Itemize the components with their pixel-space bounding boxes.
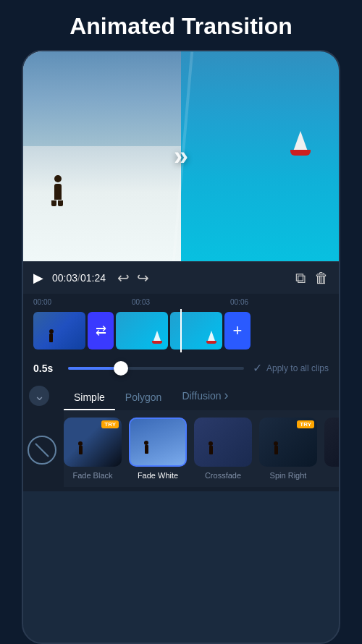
transition-fade-white[interactable]: Fade White — [129, 418, 187, 480]
transition-label-fade-white: Fade White — [138, 471, 178, 480]
clip-left[interactable] — [33, 312, 85, 349]
video-preview: » — [23, 51, 339, 261]
apply-all-label: Apply to all clips — [266, 363, 329, 373]
no-effect-icon — [35, 443, 49, 457]
playhead — [180, 309, 182, 352]
phone-shell: » ▶ 00:03/01:24 ↩ ↪ ⧉ 🗑 00:00 00:03 00:0… — [22, 50, 340, 644]
copy-button[interactable]: ⧉ — [295, 270, 306, 287]
total-time: 01:24 — [80, 272, 106, 284]
page-title: Animated Transition — [0, 0, 362, 50]
transition-spin[interactable]: Spin — [324, 418, 339, 480]
chevron-down-icon: ⌄ — [34, 388, 45, 404]
duration-bar: 0.5s ✓ Apply to all clips — [23, 355, 339, 381]
time-display: 00:03/01:24 — [52, 272, 106, 284]
tab-polygon[interactable]: Polygon — [115, 384, 172, 410]
timeline-track[interactable]: ⇄ + — [23, 309, 339, 352]
clip-right-2[interactable] — [170, 312, 222, 349]
apply-all: ✓ Apply to all clips — [253, 361, 329, 375]
try-badge-spin-right: TRY — [297, 420, 314, 428]
bottom-bar: TRY Fade Black — [23, 410, 339, 491]
transitions-list: TRY Fade Black — [64, 410, 339, 487]
tab-simple[interactable]: Simple — [64, 384, 115, 410]
play-button[interactable]: ▶ — [33, 270, 43, 286]
timeline-area: 00:00 00:03 00:06 ⇄ — [23, 294, 339, 355]
delete-button[interactable]: 🗑 — [314, 270, 329, 287]
clip-right-1[interactable] — [116, 312, 168, 349]
timeline-ruler: 00:00 00:03 00:06 — [23, 298, 339, 306]
playback-bar: ▶ 00:03/01:24 ↩ ↪ ⧉ 🗑 — [23, 261, 339, 294]
transition-arrows: » — [177, 143, 185, 169]
ruler-mark-2: 00:06 — [230, 298, 329, 306]
tabs-row: ⌄ Simple Polygon Diffusion › — [23, 381, 339, 410]
undo-button[interactable]: ↩ — [117, 269, 130, 287]
transition-crossfade[interactable]: Crossfade — [194, 418, 252, 480]
video-left — [23, 51, 181, 261]
apply-check-icon: ✓ — [253, 361, 262, 375]
slider-thumb[interactable] — [114, 361, 128, 376]
boat — [290, 131, 311, 156]
try-badge-fade-black: TRY — [101, 420, 119, 428]
transition-fade-black[interactable]: TRY Fade Black — [64, 418, 122, 480]
collapse-button[interactable]: ⌄ — [29, 386, 49, 406]
more-icon: › — [224, 388, 229, 403]
transition-label-fade-black: Fade Black — [72, 471, 112, 480]
person-silhouette — [51, 175, 64, 203]
transition-label-crossfade: Crossfade — [205, 471, 241, 480]
ruler-mark-1: 00:03 — [132, 298, 230, 306]
playback-icons: ↩ ↪ — [117, 269, 149, 287]
transition-marker[interactable]: ⇄ — [88, 312, 114, 349]
redo-button[interactable]: ↪ — [137, 269, 149, 287]
transition-spin-right[interactable]: TRY Spin Right — [259, 418, 317, 480]
transition-label-spin-right: Spin Right — [270, 471, 307, 480]
no-effect-button[interactable] — [28, 436, 56, 465]
duration-value: 0.5s — [33, 363, 59, 374]
add-icon: + — [233, 321, 243, 340]
transition-swap-icon: ⇄ — [96, 323, 106, 339]
video-right — [181, 51, 339, 261]
duration-slider[interactable] — [68, 367, 244, 370]
tab-diffusion[interactable]: Diffusion › — [172, 381, 238, 410]
add-clip-button[interactable]: + — [224, 312, 251, 349]
video-split: » — [23, 51, 339, 261]
category-tabs: Simple Polygon Diffusion › — [54, 381, 339, 410]
ruler-mark-0: 00:00 — [33, 298, 132, 306]
current-time: 00:03 — [52, 272, 77, 284]
